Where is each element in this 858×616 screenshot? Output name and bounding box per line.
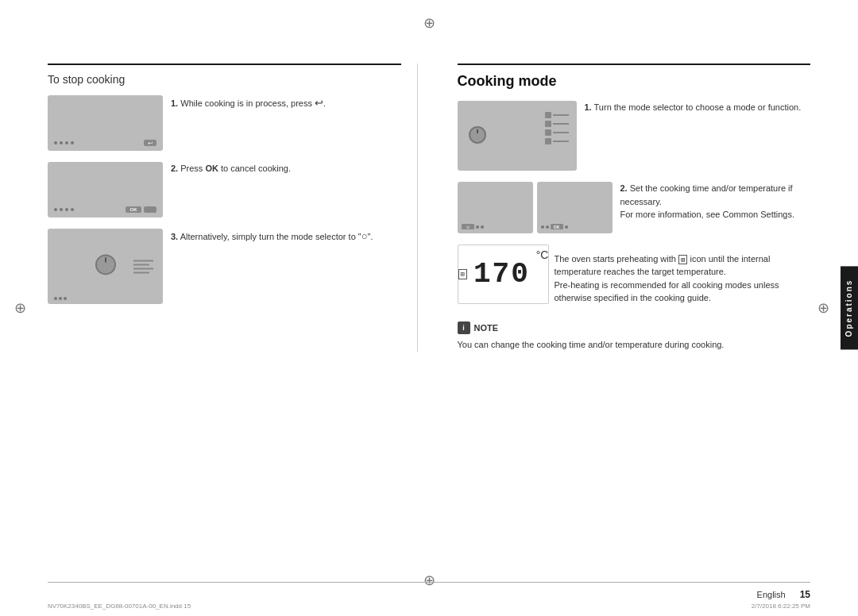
- note-section: i NOTE: [458, 321, 811, 334]
- left-section-title: To stop cooking: [48, 73, 401, 86]
- step2-text: 2. Press OK to cancel cooking.: [171, 162, 291, 175]
- preheat-icon: ⊞: [458, 269, 467, 279]
- temp-unit: °C: [536, 248, 549, 261]
- step3-text: 3. Alternatively, simply turn the mode s…: [171, 229, 373, 244]
- step1-desc: While cooking is in process, press ↩.: [180, 98, 326, 108]
- step1-number: 1.: [171, 98, 178, 108]
- operations-sidebar-tab: Operations: [841, 267, 858, 350]
- step2-row: OK 2. Press OK to cancel cooking.: [48, 162, 401, 218]
- step2-number: 2.: [171, 164, 178, 173]
- footer-date: 2/7/2018 6:22:25 PM: [752, 603, 810, 610]
- oven-image-1: ↩: [48, 95, 163, 151]
- note-text: You can change the cooking time and/or t…: [458, 338, 811, 352]
- step1-text: 1. While cooking is in process, press ↩.: [171, 95, 326, 111]
- temp-description: The oven starts preheating with ⊞ icon u…: [554, 252, 810, 305]
- note-label: NOTE: [474, 323, 499, 333]
- reg-mark-top: ⊕: [423, 14, 435, 32]
- step3-desc: Alternatively, simply turn the mode sele…: [180, 232, 373, 241]
- right-oven-image-2b: OK: [537, 182, 613, 233]
- footer-bottom: NV70K2340BS_EE_DG68-00701A-00_EN.indd 15…: [48, 603, 810, 610]
- step3-number: 3.: [171, 232, 178, 241]
- right-step2-row: ⊙ OK: [458, 182, 811, 233]
- footer-page-number: 15: [800, 589, 810, 600]
- oven-image-2: OK: [48, 162, 163, 218]
- right-section-title: Cooking mode: [458, 73, 811, 90]
- footer: English 15: [48, 582, 810, 600]
- step2-desc: Press OK to cancel cooking.: [180, 164, 291, 173]
- note-icon: i: [458, 321, 470, 334]
- right-oven-image-2a: ⊙: [458, 182, 533, 233]
- temp-display-row: ⊞ 170 °C The oven starts preheating with…: [458, 244, 811, 312]
- right-divider: [458, 64, 811, 65]
- reg-mark-right: ⊕: [817, 299, 829, 317]
- right-step1-row: 1. Turn the mode selector to choose a mo…: [458, 101, 811, 171]
- reg-mark-left: ⊕: [14, 299, 26, 317]
- left-divider: [48, 64, 401, 65]
- step1-row: ↩ 1. While cooking is in process, press …: [48, 95, 401, 151]
- right-step1-text: 1. Turn the mode selector to choose a mo…: [585, 101, 802, 114]
- footer-language: English: [757, 590, 786, 599]
- step3-row: 3. Alternatively, simply turn the mode s…: [48, 229, 401, 304]
- oven-image-3: [48, 229, 163, 304]
- footer-filename: NV70K2340BS_EE_DG68-00701A-00_EN.indd 15: [48, 603, 191, 610]
- right-step2-text: 2. Set the cooking time and/or temperatu…: [620, 182, 811, 221]
- temp-display-box: ⊞ 170 °C: [458, 244, 550, 304]
- right-oven-image-1: [458, 101, 577, 171]
- temp-number: 170: [473, 258, 530, 291]
